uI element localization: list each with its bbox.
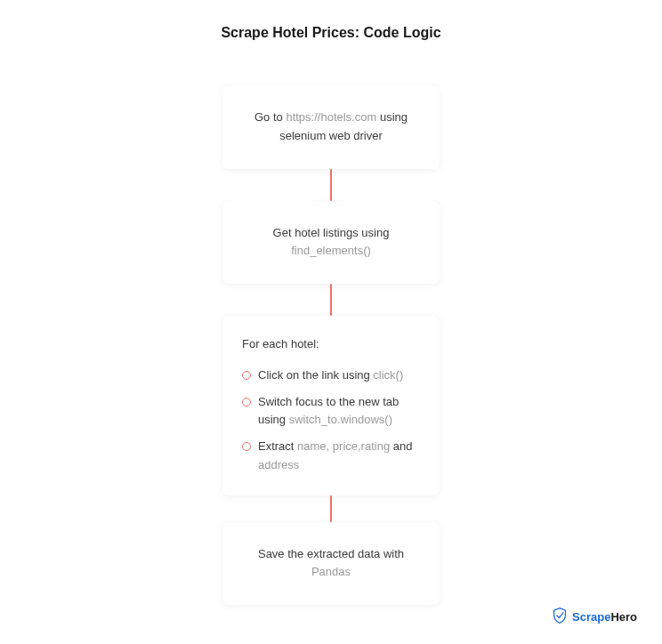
- brand-logo: ScrapeHero: [553, 608, 637, 626]
- li-3-pre: Extract: [258, 439, 297, 453]
- connector-2: [330, 284, 332, 316]
- li-1-pre: Click on the link using: [258, 368, 373, 382]
- li-3-code1: name, price,rating: [297, 439, 390, 453]
- step-4-code: Pandas: [311, 565, 351, 578]
- step-3-list: Click on the link using click() Switch f…: [242, 366, 420, 474]
- page-title: Scrape Hotel Prices: Code Logic: [0, 0, 662, 41]
- step-2-code: find_elements(): [291, 244, 371, 257]
- list-item: Extract name, price,rating and address: [242, 438, 420, 473]
- step-3-heading: For each hotel:: [242, 335, 420, 354]
- step-2-card: Get hotel listings using find_elements(): [222, 201, 440, 285]
- li-1-code: click(): [373, 368, 403, 382]
- flowchart: Go to https://hotels.com using selenium …: [0, 85, 662, 605]
- step-1-code: https://hotels.com: [286, 110, 376, 124]
- li-2-code: switch_to.windows(): [289, 413, 392, 426]
- step-2-text-pre: Get hotel listings using: [273, 226, 390, 239]
- step-1-text-pre: Go to: [254, 110, 286, 124]
- shield-icon: [553, 608, 567, 626]
- brand-text-black: Hero: [610, 610, 637, 624]
- list-item: Click on the link using click(): [242, 366, 420, 384]
- connector-3: [330, 495, 332, 522]
- brand-text-blue: Scrape: [572, 610, 610, 624]
- list-item: Switch focus to the new tab using switch…: [242, 393, 420, 429]
- li-3-mid: and: [390, 439, 412, 453]
- step-3-card: For each hotel: Click on the link using …: [222, 316, 440, 495]
- connector-1: [330, 169, 332, 201]
- step-4-text-pre: Save the extracted data with: [258, 547, 404, 560]
- step-1-card: Go to https://hotels.com using selenium …: [222, 85, 440, 169]
- li-3-code2: address: [258, 458, 299, 471]
- step-4-card: Save the extracted data with Pandas: [222, 522, 440, 606]
